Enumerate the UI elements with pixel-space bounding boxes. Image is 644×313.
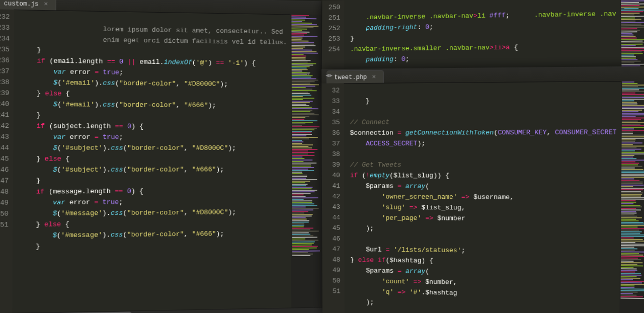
editor-pane-right-bottom[interactable]: tweet.php × 3233343536373839404142434445… <box>321 66 644 313</box>
editor-pane-left[interactable]: custom.js × 2322332342352362372382392402… <box>0 0 323 313</box>
close-icon[interactable]: × <box>44 1 48 8</box>
chevron-right-icon[interactable]: ▶ <box>330 72 333 79</box>
tab-custom-js[interactable]: custom.js × <box>0 0 56 10</box>
minimap-left[interactable] <box>290 14 323 313</box>
chevron-left-icon[interactable]: ◀ <box>326 72 329 79</box>
close-icon[interactable]: × <box>372 73 376 81</box>
tab-label: tweet.php <box>334 73 367 81</box>
tab-label: custom.js <box>4 0 39 8</box>
pane-split-controls[interactable]: ◀ ▶ <box>320 68 338 82</box>
code-area-left[interactable]: lorem ipsum dolor sit amet, consectetur.… <box>14 10 287 313</box>
line-gutter-left: 2322332342352362372382392402412422432442… <box>0 9 14 313</box>
minimap-rbottom[interactable] <box>619 81 644 313</box>
chevron-down-icon[interactable]: ▼ <box>307 70 317 77</box>
line-gutter-rbottom: 3233343536373839404142434445464748495051 <box>321 83 344 313</box>
code-area-right-bottom[interactable]: } // Connect $connection = getConnection… <box>346 81 616 313</box>
